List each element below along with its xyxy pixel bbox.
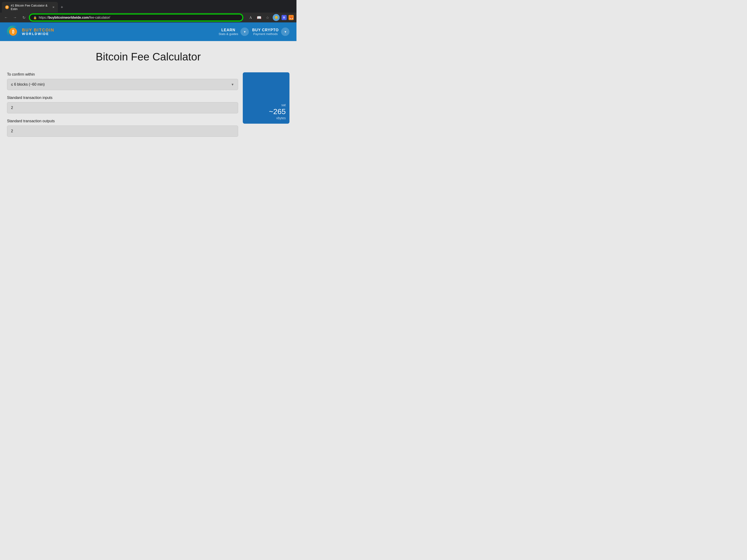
content-layout: To confirm within ≤ 6 blocks (~60 min) ▼… <box>7 72 289 142</box>
inputs-input[interactable]: 2 <box>7 102 238 113</box>
buy-crypto-nav-subtitle: Payment methods <box>252 32 279 36</box>
confirm-within-label: To confirm within <box>7 72 238 77</box>
logo-globe: ₿ <box>7 26 19 38</box>
tab-bar: ₿ #1 Bitcoin Fee Calculator & Estin ✕ + <box>0 0 297 12</box>
lock-icon: 🔒 <box>33 16 37 19</box>
browser-chrome: ₿ #1 Bitcoin Fee Calculator & Estin ✕ + … <box>0 0 297 22</box>
outputs-input[interactable]: 2 <box>7 126 238 137</box>
learn-nav-text: LEARN Stats & guides <box>218 28 238 36</box>
logo-bitcoin-icon: ₿ <box>9 28 17 36</box>
address-text: https://buybitcoinworldwide.com/fee-calc… <box>39 16 110 19</box>
confirm-within-select[interactable]: ≤ 6 blocks (~60 min) ▼ <box>7 79 238 90</box>
brave-extension-icon[interactable]: B <box>282 15 287 20</box>
learn-dropdown-button[interactable]: ▾ <box>240 28 249 36</box>
profile-icon[interactable]: 😊 <box>273 14 280 21</box>
new-tab-button[interactable]: + <box>59 4 65 11</box>
back-button[interactable]: ← <box>3 14 9 21</box>
inputs-label: Standard transaction inputs <box>7 96 238 100</box>
read-mode-icon[interactable]: 𝐀 <box>248 14 254 21</box>
logo-text: BUY BITCOIN WORLDWIDE <box>22 28 54 35</box>
outputs-value: 2 <box>11 129 13 133</box>
main-content: Bitcoin Fee Calculator To confirm within… <box>0 41 297 181</box>
tab-favicon: ₿ <box>5 5 9 9</box>
logo-buy-bitcoin: BUY BITCOIN <box>22 28 54 32</box>
buy-crypto-nav-title: BUY CRYPTO <box>252 28 279 32</box>
side-panel-unit-label: sat <box>247 103 286 107</box>
tab-close-button[interactable]: ✕ <box>52 6 55 9</box>
favorites-icon[interactable]: ☆ <box>264 14 271 21</box>
learn-nav-subtitle: Stats & guides <box>218 32 238 36</box>
side-panel: sat ~265 vbytes <box>243 72 289 124</box>
outputs-label: Standard transaction outputs <box>7 119 238 123</box>
page-title: Bitcoin Fee Calculator <box>7 50 289 63</box>
side-panel-value: ~265 <box>247 108 286 115</box>
learn-nav-item[interactable]: LEARN Stats & guides ▾ <box>218 28 249 36</box>
logo-area[interactable]: ₿ BUY BITCOIN WORLDWIDE <box>7 26 54 38</box>
buy-crypto-nav-text: BUY CRYPTO Payment methods <box>252 28 279 36</box>
inputs-value: 2 <box>11 106 13 110</box>
form-section: To confirm within ≤ 6 blocks (~60 min) ▼… <box>7 72 238 142</box>
side-panel-size-label: vbytes <box>247 116 286 120</box>
confirm-within-arrow-icon: ▼ <box>231 83 234 86</box>
forward-button[interactable]: → <box>12 14 18 21</box>
logo-worldwide: WORLDWIDE <box>22 32 54 35</box>
toolbar-icons: 𝐀 📖 ☆ 😊 B 🦊 <box>248 14 294 21</box>
metamask-extension-icon[interactable]: 🦊 <box>288 15 294 20</box>
buy-crypto-dropdown-button[interactable]: ▾ <box>281 28 289 36</box>
reading-list-icon[interactable]: 📖 <box>256 14 262 21</box>
tab-title: #1 Bitcoin Fee Calculator & Estin <box>11 4 50 11</box>
refresh-button[interactable]: ↻ <box>21 14 27 21</box>
address-bar-row: ← → ↻ 🔒 https://buybitcoinworldwide.com/… <box>0 12 297 22</box>
site-header: ₿ BUY BITCOIN WORLDWIDE LEARN Stats & gu… <box>0 22 297 41</box>
learn-nav-title: LEARN <box>218 28 238 32</box>
buy-crypto-nav-item[interactable]: BUY CRYPTO Payment methods ▾ <box>252 28 289 36</box>
address-bar[interactable]: 🔒 https://buybitcoinworldwide.com/fee-ca… <box>29 14 243 21</box>
active-tab[interactable]: ₿ #1 Bitcoin Fee Calculator & Estin ✕ <box>2 2 58 12</box>
nav-items: LEARN Stats & guides ▾ BUY CRYPTO Paymen… <box>218 28 289 36</box>
confirm-within-value: ≤ 6 blocks (~60 min) <box>11 82 45 86</box>
